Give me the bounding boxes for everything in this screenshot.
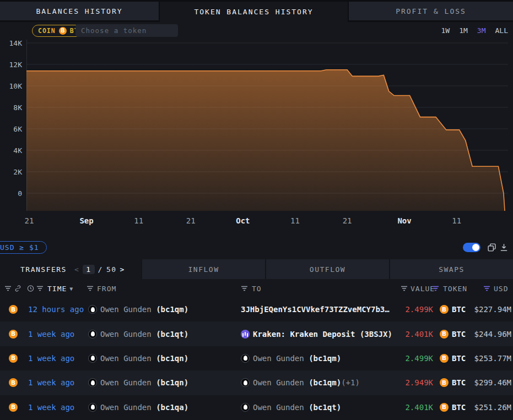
tab-profit-and-loss[interactable]: PROFIT & LOSS — [349, 2, 513, 20]
row-token-icon: B — [9, 378, 18, 387]
transfers-table-body: B12 hours agoOwen Gunden (bc1qm)3JHbjEQe… — [0, 297, 513, 419]
from-entity-link[interactable]: Owen Gunden (bc1qa) — [88, 403, 188, 412]
svg-text:21: 21 — [25, 216, 34, 225]
transfer-row[interactable]: B1 week agoOwen Gunden (bc1qn)Owen Gunde… — [0, 346, 513, 370]
svg-text:Oct: Oct — [236, 216, 250, 225]
from-entity-name: Owen Gunden — [100, 378, 156, 387]
usd-min-filter-pill[interactable]: USD ≥ $1 — [0, 241, 47, 254]
btc-icon: B — [9, 330, 18, 339]
entity-avatar — [241, 403, 250, 412]
entity-avatar — [88, 354, 97, 363]
current-page: 1 — [83, 265, 94, 274]
token-filter-icon[interactable] — [432, 286, 439, 291]
svg-text:21: 21 — [186, 216, 196, 225]
svg-text:8K: 8K — [13, 103, 22, 112]
page-separator: / — [98, 265, 103, 274]
to-entity-name: Owen Gunden — [253, 403, 309, 412]
value-filter-icon[interactable] — [401, 286, 408, 291]
from-entity-address: (bc1qt) — [156, 330, 188, 339]
header-time[interactable]: TIME ▼ — [47, 284, 73, 292]
from-filter-icon[interactable] — [87, 286, 94, 291]
row-token-icon: B — [9, 403, 18, 412]
clock-icon[interactable] — [27, 285, 34, 292]
to-entity-link[interactable]: Owen Gunden (bc1qm)(+1) — [241, 378, 360, 387]
table-filter-bar: USD ≥ $1 — [0, 240, 513, 255]
btc-icon: B — [59, 27, 67, 35]
to-entity-address: (bc1qm) — [309, 354, 341, 363]
tab-balances-history[interactable]: BALANCES HISTORY — [0, 2, 159, 20]
svg-text:0: 0 — [18, 189, 22, 198]
next-page-icon[interactable]: > — [120, 265, 125, 274]
time-filter-icon[interactable] — [36, 286, 44, 291]
header-value[interactable]: VALUE — [411, 284, 435, 292]
btc-icon: B — [9, 305, 18, 314]
transfer-row[interactable]: B1 week agoOwen Gunden (bc1qa)Owen Gunde… — [0, 395, 513, 419]
header-from[interactable]: FROM — [97, 284, 116, 292]
from-entity-name: Owen Gunden — [100, 354, 156, 363]
usd-filter-icon[interactable] — [483, 286, 490, 291]
to-entity-link[interactable]: Owen Gunden (bc1qm) — [241, 354, 341, 363]
to-filter-icon[interactable] — [241, 286, 248, 291]
chevron-down-icon: ▼ — [69, 285, 73, 291]
range-3m[interactable]: 3M — [477, 26, 486, 35]
from-entity-name: Owen Gunden — [100, 305, 156, 314]
from-entity-address: (bc1qn) — [156, 354, 188, 363]
header-token[interactable]: TOKEN — [443, 284, 467, 292]
prev-page-icon[interactable]: < — [74, 265, 79, 274]
to-entity-name: Owen Gunden — [253, 354, 309, 363]
svg-text:12K: 12K — [9, 61, 23, 69]
pagination: < 1 / 50 > — [74, 265, 125, 274]
time-range-selector: 1W 1M 3M ALL — [441, 26, 508, 35]
svg-text:11: 11 — [452, 216, 461, 225]
row-token-icon: B — [9, 330, 18, 339]
transfer-row[interactable]: B1 week agoOwen Gunden (bc1qn)Owen Gunde… — [0, 370, 513, 395]
to-extra-count: (+1) — [341, 378, 360, 387]
header-to[interactable]: TO — [252, 284, 262, 292]
header-time-label: TIME — [47, 284, 67, 292]
value-cell: 2.401K — [364, 330, 433, 339]
download-icon[interactable] — [499, 242, 509, 253]
svg-text:21: 21 — [343, 216, 352, 225]
svg-text:11: 11 — [134, 216, 143, 225]
transfers-tab-label[interactable]: TRANSFERS — [20, 265, 67, 274]
tab-swaps[interactable]: SWAPS — [389, 259, 513, 279]
from-entity-name: Owen Gunden — [100, 403, 156, 412]
value-cell: 2.499K — [364, 354, 433, 363]
tab-inflow[interactable]: INFLOW — [141, 259, 265, 279]
time-link[interactable]: 12 hours ago — [28, 305, 84, 314]
time-link[interactable]: 1 week ago — [28, 330, 74, 339]
tab-token-balances-history[interactable]: TOKEN BALANCES HISTORY — [160, 2, 348, 22]
tab-outflow[interactable]: OUTFLOW — [265, 259, 389, 279]
copy-icon[interactable] — [487, 242, 496, 253]
from-entity-link[interactable]: Owen Gunden (bc1qn) — [88, 354, 188, 363]
range-all[interactable]: ALL — [495, 26, 508, 35]
transfer-row[interactable]: B1 week agoOwen Gunden (bc1qt)Kraken: Kr… — [0, 321, 513, 346]
entity-avatar — [241, 354, 250, 363]
transfer-row[interactable]: B12 hours agoOwen Gunden (bc1qm)3JHbjEQe… — [0, 297, 513, 321]
usd-cell: $299.46M — [440, 378, 511, 387]
range-1m[interactable]: 1M — [459, 26, 468, 35]
svg-text:2K: 2K — [13, 168, 22, 176]
tab-transfers: TRANSFERS < 1 / 50 > — [0, 259, 141, 279]
from-entity-address: (bc1qm) — [156, 305, 188, 314]
time-link[interactable]: 1 week ago — [28, 354, 74, 363]
filter-icon[interactable] — [4, 286, 12, 291]
from-entity-link[interactable]: Owen Gunden (bc1qt) — [88, 330, 188, 339]
link-icon[interactable] — [14, 285, 21, 292]
time-link[interactable]: 1 week ago — [28, 378, 74, 387]
time-link[interactable]: 1 week ago — [28, 403, 74, 412]
usd-toggle[interactable] — [463, 243, 480, 252]
transfers-table-header: TIME ▼ FROM TO VALUE TOKEN USD — [0, 279, 513, 297]
from-entity-link[interactable]: Owen Gunden (bc1qn) — [88, 378, 188, 387]
header-usd[interactable]: USD — [494, 284, 508, 292]
range-1w[interactable]: 1W — [441, 26, 450, 35]
from-entity-address: (bc1qn) — [156, 378, 188, 387]
value-cell: 2.949K — [364, 378, 433, 387]
usd-cell: $251.26M — [440, 403, 511, 412]
to-entity-link[interactable]: Owen Gunden (bc1qt) — [241, 403, 341, 412]
total-pages: 50 — [106, 265, 117, 274]
token-search-input[interactable] — [75, 24, 178, 37]
from-entity-link[interactable]: Owen Gunden (bc1qm) — [88, 305, 188, 314]
svg-text:14K: 14K — [9, 39, 23, 47]
to-entity-address: (bc1qt) — [309, 403, 341, 412]
